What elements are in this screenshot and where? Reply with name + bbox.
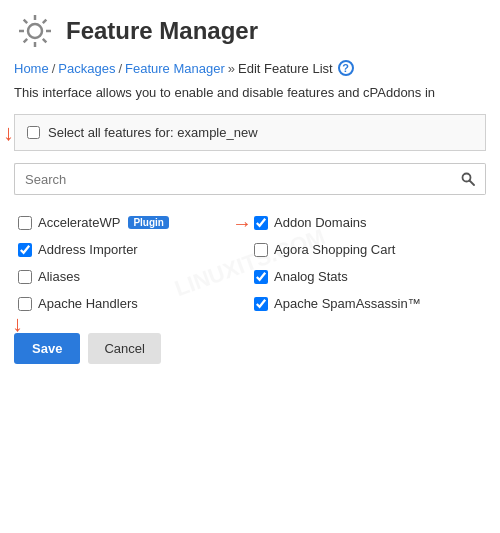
arrow-select-all: ↓ bbox=[3, 120, 14, 146]
features-grid: AccelerateWPPlugin→Addon DomainsAddress … bbox=[14, 209, 486, 317]
svg-line-7 bbox=[43, 20, 47, 24]
page-description: This interface allows you to enable and … bbox=[14, 84, 486, 102]
accelerate_wp-badge: Plugin bbox=[128, 216, 169, 229]
search-button[interactable] bbox=[451, 163, 486, 195]
actions-row: ↓ Save Cancel bbox=[14, 333, 486, 364]
svg-line-10 bbox=[470, 181, 475, 186]
breadcrumb-arrow: » bbox=[228, 61, 235, 76]
addon_domains-checkbox[interactable] bbox=[254, 216, 268, 230]
arrow-addon: → bbox=[232, 211, 252, 234]
feature-manager-icon bbox=[14, 10, 56, 52]
breadcrumb-packages[interactable]: Packages bbox=[58, 61, 115, 76]
search-input[interactable] bbox=[14, 163, 451, 195]
breadcrumb: Home / Packages / Feature Manager » Edit… bbox=[14, 60, 486, 76]
apache_spamassassin-label: Apache SpamAssassin™ bbox=[274, 296, 421, 311]
select-all-container: ↓ Select all features for: example_new bbox=[14, 114, 486, 151]
apache_handlers-label: Apache Handlers bbox=[38, 296, 138, 311]
agora_shopping-label: Agora Shopping Cart bbox=[274, 242, 395, 257]
list-item: Analog Stats bbox=[250, 263, 486, 290]
search-icon bbox=[461, 172, 475, 186]
svg-line-8 bbox=[24, 39, 28, 43]
breadcrumb-current: Edit Feature List bbox=[238, 61, 333, 76]
accelerate_wp-label: AccelerateWP bbox=[38, 215, 120, 230]
address_importer-label: Address Importer bbox=[38, 242, 138, 257]
apache_handlers-checkbox[interactable] bbox=[18, 297, 32, 311]
list-item: Aliases bbox=[14, 263, 250, 290]
accelerate_wp-checkbox[interactable] bbox=[18, 216, 32, 230]
page-title: Feature Manager bbox=[66, 17, 258, 45]
breadcrumb-feature-manager[interactable]: Feature Manager bbox=[125, 61, 225, 76]
select-all-checkbox[interactable] bbox=[27, 126, 40, 139]
cancel-button[interactable]: Cancel bbox=[88, 333, 160, 364]
analog_stats-checkbox[interactable] bbox=[254, 270, 268, 284]
breadcrumb-sep1: / bbox=[52, 61, 56, 76]
analog_stats-label: Analog Stats bbox=[274, 269, 348, 284]
aliases-label: Aliases bbox=[38, 269, 80, 284]
arrow-save: ↓ bbox=[12, 311, 23, 337]
breadcrumb-home[interactable]: Home bbox=[14, 61, 49, 76]
help-icon[interactable]: ? bbox=[338, 60, 354, 76]
search-row bbox=[14, 163, 486, 195]
list-item: Address Importer bbox=[14, 236, 250, 263]
agora_shopping-checkbox[interactable] bbox=[254, 243, 268, 257]
svg-line-6 bbox=[43, 39, 47, 43]
list-item: →Addon Domains bbox=[250, 209, 486, 236]
save-button[interactable]: Save bbox=[14, 333, 80, 364]
select-all-label: Select all features for: example_new bbox=[48, 125, 258, 140]
address_importer-checkbox[interactable] bbox=[18, 243, 32, 257]
apache_spamassassin-checkbox[interactable] bbox=[254, 297, 268, 311]
breadcrumb-sep2: / bbox=[118, 61, 122, 76]
list-item: Apache SpamAssassin™ bbox=[250, 290, 486, 317]
svg-line-5 bbox=[24, 20, 28, 24]
addon_domains-label: Addon Domains bbox=[274, 215, 367, 230]
page-header: Feature Manager bbox=[14, 10, 486, 52]
list-item: AccelerateWPPlugin bbox=[14, 209, 250, 236]
aliases-checkbox[interactable] bbox=[18, 270, 32, 284]
list-item: Agora Shopping Cart bbox=[250, 236, 486, 263]
features-section: LINUXITS.COM AccelerateWPPlugin→Addon Do… bbox=[14, 209, 486, 317]
svg-point-0 bbox=[28, 24, 42, 38]
list-item: Apache Handlers bbox=[14, 290, 250, 317]
